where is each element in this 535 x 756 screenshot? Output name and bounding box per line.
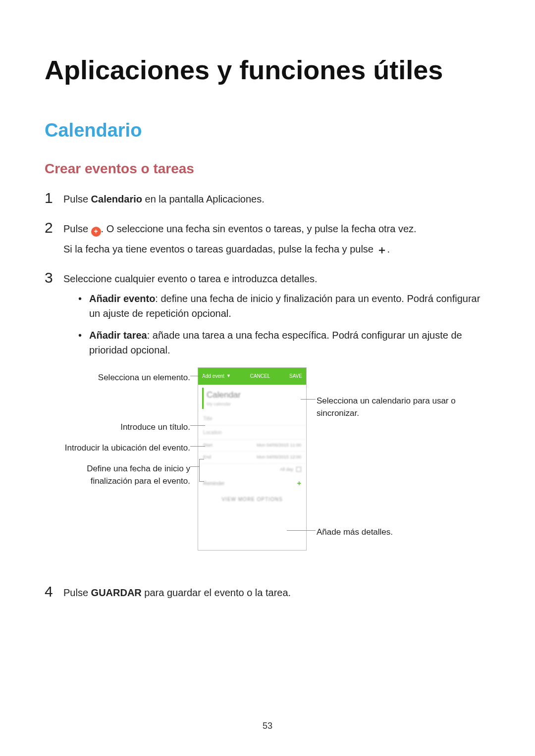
location-input: Location (198, 426, 306, 440)
step-number: 3 (45, 270, 63, 285)
callout-leader (199, 459, 204, 459)
callout-title: Introduce un título. (64, 421, 190, 434)
reminder-row: Reminder + (198, 475, 306, 492)
allday-label: All day (280, 466, 293, 473)
bullet-bold: Añadir tarea (89, 330, 147, 341)
step-text: Seleccione cualquier evento o tarea e in… (63, 271, 490, 286)
start-label: Start (203, 442, 213, 449)
step-number: 1 (45, 191, 63, 205)
callout-leader (301, 399, 316, 400)
callout-select-calendar: Selecciona un calendario para usar o sin… (317, 395, 465, 420)
plus-circle-icon: + (91, 227, 101, 237)
step-text: en la pantalla Aplicaciones. (142, 194, 265, 204)
callout-leader (199, 481, 204, 482)
add-reminder-icon: + (297, 478, 301, 489)
callout-leader (190, 446, 205, 447)
page-title: Aplicaciones y funciones útiles (45, 54, 490, 85)
phone-mockup: Add event ▼ CANCEL SAVE Calendar My cale… (198, 367, 307, 551)
calendar-selector: Calendar My calendar (202, 388, 302, 409)
checkbox-icon (296, 467, 301, 472)
calendar-value: My calendar (207, 401, 299, 408)
section-heading: Calendario (45, 120, 490, 141)
save-label: SAVE (289, 372, 302, 380)
step-text: Si la fecha ya tiene eventos o tareas gu… (63, 244, 376, 254)
step-number: 2 (45, 220, 63, 235)
subsection-heading: Crear eventos o tareas (45, 161, 490, 177)
add-event-dropdown: Add event (202, 372, 224, 380)
callout-more-details: Añade más detalles. (317, 526, 440, 539)
step-2: 2 Pulse +. O seleccione una fecha sin ev… (45, 221, 490, 261)
callout-leader (287, 530, 316, 531)
step-number: 4 (45, 584, 63, 599)
step-text: . (387, 244, 390, 254)
callout-leader (199, 459, 200, 481)
bullet-item: Añadir tarea: añade una tarea a una fech… (78, 328, 490, 357)
plus-icon: ＋ (376, 245, 387, 255)
end-value: Mon 04/05/2015 12:00 (257, 454, 301, 461)
step-1: 1 Pulse Calendario en la pantalla Aplica… (45, 192, 490, 211)
callout-dates: Define una fecha de inicio y finalizació… (64, 462, 190, 488)
title-input: Title (198, 412, 306, 426)
reminder-label: Reminder (203, 480, 224, 487)
callout-text: Define una fecha de inicio y (87, 464, 190, 473)
end-label: End (203, 454, 211, 461)
step-text: Pulse (63, 194, 91, 204)
start-row: Start Mon 04/05/2015 11:00 (198, 440, 306, 452)
phone-header: Add event ▼ CANCEL SAVE (198, 368, 306, 385)
step-3: 3 Seleccione cualquier evento o tarea e … (45, 271, 490, 575)
bullet-item: Añadir evento: define una fecha de inici… (78, 291, 490, 321)
callout-select-item: Selecciona un elemento. (64, 371, 190, 384)
step-text: Pulse (63, 587, 91, 598)
calendar-label: Calendar (207, 389, 299, 402)
callout-location: Introducir la ubicación del evento. (64, 442, 190, 454)
start-value: Mon 04/05/2015 11:00 (257, 442, 301, 449)
step-bold: Calendario (91, 194, 142, 204)
cancel-label: CANCEL (250, 372, 270, 380)
annotated-screenshot: Add event ▼ CANCEL SAVE Calendar My cale… (64, 367, 490, 560)
step-text: . O seleccione una fecha sin eventos o t… (101, 223, 417, 234)
callout-leader (190, 376, 205, 376)
step-bold: GUARDAR (91, 587, 142, 598)
step-4: 4 Pulse GUARDAR para guardar el evento o… (45, 585, 490, 605)
step-text: para guardar el evento o la tarea. (142, 587, 291, 598)
callout-leader (190, 466, 199, 467)
callout-text: finalización para el evento. (91, 476, 190, 486)
chevron-down-icon: ▼ (226, 373, 231, 380)
step-text: Pulse (63, 223, 91, 234)
view-more-options: VIEW MORE OPTIONS (198, 492, 306, 507)
allday-row: All day (198, 464, 306, 476)
page-number: 53 (0, 721, 535, 731)
bullet-bold: Añadir evento (89, 293, 155, 304)
callout-leader (190, 425, 205, 426)
end-row: End Mon 04/05/2015 12:00 (198, 452, 306, 464)
